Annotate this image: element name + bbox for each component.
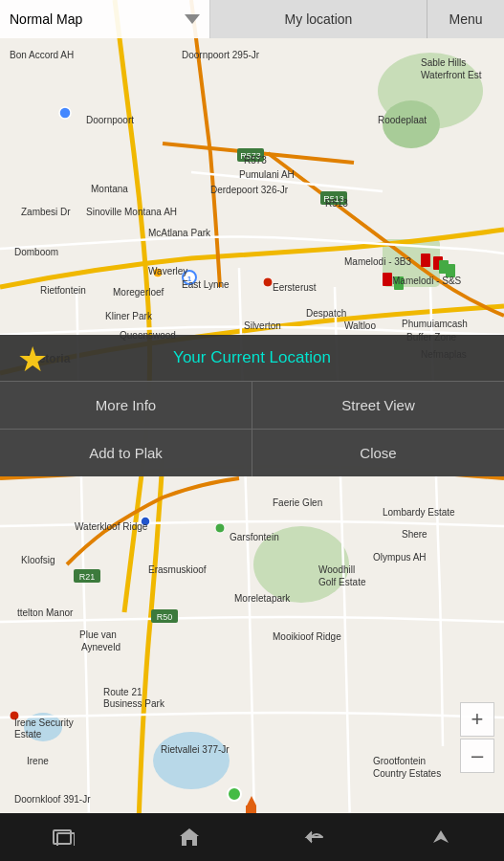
svg-point-25 [141,517,150,526]
recents-icon [52,828,75,846]
svg-text:R21: R21 [79,572,96,582]
svg-rect-22 [383,273,392,286]
menu-button[interactable]: Menu [427,0,504,38]
svg-rect-23 [394,276,404,290]
svg-rect-17 [421,254,430,267]
android-menu-button[interactable] [422,818,460,856]
my-location-button[interactable]: My location [210,0,427,38]
popup-overlay: Your Current Location More Info Street V… [0,335,504,476]
svg-point-30 [10,711,19,720]
dropdown-arrow-icon [185,14,200,24]
popup-row-1: More Info Street View [0,381,504,429]
home-icon [178,826,201,849]
svg-point-24 [153,268,163,277]
svg-text:R573: R573 [240,151,261,161]
android-back-button[interactable] [296,818,334,856]
android-recents-button[interactable] [44,821,82,853]
popup-row-2: Add to Plak Close [0,429,504,476]
android-navigation-bar [0,813,504,861]
zoom-out-button[interactable]: – [460,739,494,773]
current-location-star: ★ [17,340,48,380]
svg-point-21 [263,277,273,287]
street-view-button[interactable]: Street View [252,382,504,429]
svg-point-4 [153,732,230,789]
map-type-label: Normal Map [10,11,82,27]
svg-point-1 [383,100,440,148]
svg-text:1: 1 [187,275,192,283]
map-type-button[interactable]: Normal Map [0,0,210,38]
add-to-plak-button[interactable]: Add to Plak [0,430,252,476]
zoom-in-button[interactable]: + [460,702,494,737]
top-bar: Normal Map My location Menu [0,0,504,38]
android-home-button[interactable] [170,818,208,856]
popup-title: Your Current Location [0,335,504,381]
close-button[interactable]: Close [252,430,504,476]
more-info-button[interactable]: More Info [0,382,252,429]
zoom-controls: + – [460,702,494,775]
svg-point-29 [228,787,241,801]
svg-point-26 [215,523,225,533]
back-icon [303,826,326,849]
svg-point-3 [253,526,349,603]
svg-rect-20 [446,264,455,277]
svg-point-14 [59,107,71,119]
svg-text:R50: R50 [157,612,173,622]
up-arrow-icon [429,826,452,849]
svg-text:R513: R513 [323,194,344,204]
